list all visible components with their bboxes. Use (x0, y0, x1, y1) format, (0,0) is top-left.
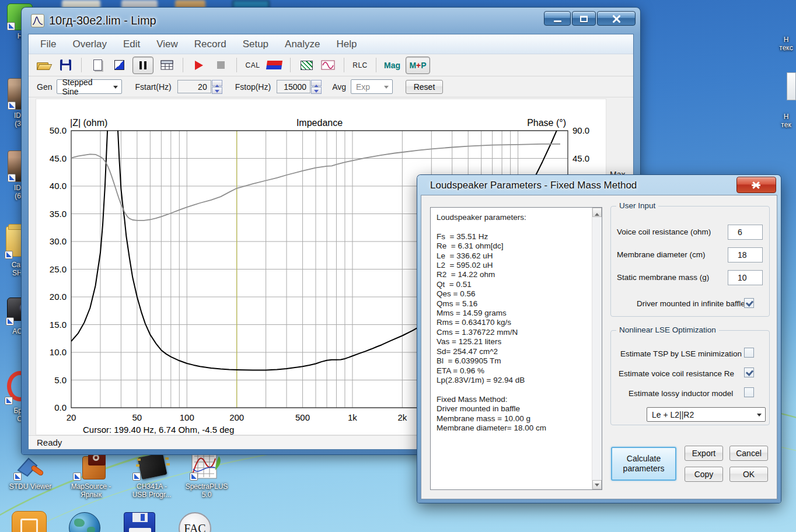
chip-pin-icon (137, 459, 141, 461)
spinner-up-icon[interactable] (212, 80, 222, 87)
limp-titlebar[interactable]: 10гд-30e2.lim - Limp (22, 8, 640, 34)
rlc-button[interactable]: RLC (352, 57, 368, 74)
pause-button[interactable] (132, 57, 153, 74)
estimate-inductor-checkbox[interactable] (744, 387, 754, 397)
table-button[interactable] (159, 57, 175, 74)
menu-record[interactable]: Record (186, 36, 235, 53)
stop-icon (217, 61, 225, 69)
membrane-diameter-input[interactable] (728, 247, 763, 262)
static-membrane-mass-input[interactable] (728, 270, 763, 285)
limp-app-icon (31, 14, 44, 27)
channel-flag-button[interactable] (266, 57, 282, 74)
fstop-input[interactable] (277, 80, 310, 93)
shortcut-arrow-icon (6, 317, 14, 326)
menu-edit[interactable]: Edit (115, 36, 148, 53)
menu-help[interactable]: Help (329, 36, 365, 53)
chip-icon (138, 453, 167, 480)
scroll-up-button[interactable] (592, 208, 602, 217)
spectrum-button[interactable] (298, 57, 315, 74)
parameters-text-panel[interactable]: Loudspeaker parameters: Fs = 35.51 Hz Re… (430, 207, 602, 490)
calibrate-button[interactable]: CAL (245, 57, 261, 74)
shortcut-arrow-icon (7, 22, 15, 30)
export-button[interactable]: Export (685, 446, 723, 461)
fstart-spinner[interactable] (212, 80, 222, 94)
menu-view[interactable]: View (148, 36, 186, 53)
avg-select[interactable]: Exp (351, 79, 393, 94)
floppy-shutter-icon (132, 513, 148, 522)
shortcut-arrow-icon (5, 397, 13, 405)
inductor-model-select[interactable]: Le + L2||R2 (647, 407, 766, 422)
desktop-icon-fac[interactable]: FAC (179, 512, 211, 532)
sine-button[interactable] (320, 57, 336, 74)
close-button[interactable] (597, 11, 636, 26)
globe-land-icon (74, 519, 85, 527)
dialog-close-button[interactable] (736, 177, 776, 193)
new-button[interactable] (89, 57, 106, 74)
menu-bar: File Overlay Edit View Record Setup Anal… (29, 34, 633, 54)
save-button[interactable] (57, 57, 74, 74)
menu-analyze[interactable]: Analyze (277, 36, 328, 53)
user-input-group-label: User Input (616, 201, 658, 210)
desktop-icon-ch341a[interactable]: CH341A - USB Progr... (121, 453, 182, 499)
fstop-spinner[interactable] (311, 80, 322, 94)
infinite-baffle-checkbox[interactable] (744, 298, 754, 308)
svg-text:50: 50 (132, 412, 142, 422)
shortcut-arrow-icon (13, 473, 22, 481)
mag-label: Mag (384, 61, 400, 70)
menu-setup[interactable]: Setup (235, 36, 277, 53)
desktop-icon-spectraplus[interactable]: SpectraPLUS 5.0 (179, 453, 235, 499)
maximize-button[interactable] (572, 11, 596, 26)
desktop-icon-stdu[interactable]: STDU Viewer (1, 453, 60, 491)
svg-text:100: 100 (180, 412, 194, 422)
open-button[interactable] (36, 57, 52, 74)
shortcut-arrow-icon (8, 102, 16, 110)
estimate-re-checkbox[interactable] (744, 368, 754, 377)
infinite-baffle-label: Driver mounted in infinite baffle (637, 299, 745, 308)
cancel-button[interactable]: Cancel (729, 446, 768, 461)
scroll-down-button[interactable] (592, 480, 602, 489)
spinner-up-icon[interactable] (311, 80, 322, 87)
invert-display-button[interactable] (111, 57, 127, 74)
desktop-icon-package[interactable] (12, 511, 47, 532)
estimate-inductor-label: Estimate lossy inductor model (629, 389, 733, 398)
spinner-down-icon[interactable] (311, 87, 322, 94)
calculate-parameters-button[interactable]: Calculate parameters (611, 447, 676, 481)
document-icon (93, 60, 102, 71)
textdoc-icon[interactable] (787, 72, 796, 100)
reset-button[interactable]: Reset (406, 80, 443, 94)
toolbar-separator (344, 58, 344, 72)
desktop-icon-textdoc-2[interactable]: Н тек (776, 111, 796, 129)
shortcut-arrow-icon (132, 473, 141, 481)
desktop-icon-mapsource[interactable]: MapSource - Ярлык (62, 453, 120, 499)
toolbar-separator (290, 58, 291, 72)
magnitude-button[interactable]: Mag (384, 57, 400, 74)
globe-land-icon (87, 527, 95, 532)
svg-text:20: 20 (67, 412, 76, 422)
desktop-icon-globe[interactable] (69, 512, 100, 532)
copy-button[interactable]: Copy (685, 467, 723, 482)
svg-text:45.0: 45.0 (572, 153, 589, 163)
mag-phase-button[interactable]: M+P (406, 57, 430, 74)
maximize-icon (580, 16, 588, 22)
fstart-input[interactable] (177, 80, 211, 93)
voice-coil-resistance-input[interactable] (728, 225, 763, 240)
menu-file[interactable]: File (32, 36, 64, 53)
desktop-icon-label: MapSource - Ярлык (62, 482, 120, 499)
desktop-icon-floppy[interactable] (124, 512, 155, 532)
toolbar-separator (236, 58, 237, 72)
minimize-button[interactable] (544, 11, 571, 26)
svg-text:50.0: 50.0 (50, 125, 67, 135)
generator-select[interactable]: Stepped Sine (57, 79, 122, 94)
toolbar-separator (183, 58, 183, 72)
estimate-tsp-checkbox[interactable] (744, 348, 754, 358)
play-button[interactable] (191, 57, 207, 74)
static-membrane-mass-label: Static membrane mass (g) (617, 273, 709, 282)
menu-overlay[interactable]: Overlay (64, 36, 115, 53)
desktop-icon-textdoc-1[interactable]: Н текс (776, 34, 796, 52)
stop-button[interactable] (212, 57, 229, 74)
scrollbar[interactable] (592, 208, 602, 489)
ok-button[interactable]: OK (729, 467, 768, 482)
scroll-up-icon (595, 211, 599, 216)
svg-text:500: 500 (295, 412, 310, 422)
spinner-down-icon[interactable] (212, 87, 222, 94)
